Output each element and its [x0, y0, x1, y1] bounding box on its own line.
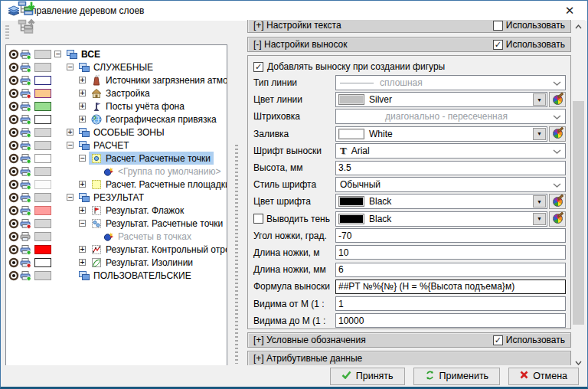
accept-button[interactable]: Принять [330, 368, 405, 385]
tree-item-label[interactable]: Расчет. Расчетные площадки [106, 179, 227, 190]
close-icon[interactable]: ✕ [555, 2, 584, 20]
tree-item-label[interactable]: Результат. Контрольный отрезок [106, 244, 227, 255]
dropdown-arrow-icon[interactable]: ▼ [533, 195, 546, 208]
layer-color-swatch[interactable] [34, 89, 51, 98]
section-text-settings[interactable]: [+] Настройки текста Использовать [247, 20, 571, 33]
printer-icon[interactable] [20, 153, 31, 164]
expand-icon[interactable]: + [79, 90, 86, 96]
collapse-icon[interactable]: − [67, 64, 74, 70]
section-legend[interactable]: [+] Условные обозначения ✓ Использовать [247, 332, 571, 348]
property-input[interactable] [335, 245, 566, 260]
printer-icon[interactable] [20, 179, 31, 190]
tree-item-label[interactable]: Результат. Расчетные точки [106, 218, 224, 229]
select[interactable]: сплошная [335, 75, 566, 90]
expand-icon[interactable]: + [79, 259, 86, 266]
printer-icon[interactable] [20, 101, 31, 112]
scroll-up-icon[interactable] [572, 20, 585, 33]
move-layer-up-button[interactable] [12, 17, 42, 35]
panel-scrollbar[interactable] [572, 20, 585, 369]
tree-item-label[interactable]: ОСОБЫЕ ЗОНЫ [93, 127, 166, 138]
tree-item-label[interactable]: Географическая привязка [106, 114, 218, 125]
tree-item-label[interactable]: Застройка [106, 88, 152, 99]
eye-icon[interactable] [8, 231, 19, 242]
eye-icon[interactable] [8, 270, 19, 281]
expand-icon[interactable]: + [79, 103, 86, 110]
tree-item[interactable]: РЕЗУЛЬТАТ [77, 191, 147, 204]
eye-icon[interactable] [8, 114, 19, 125]
tree-row[interactable]: Расчеты в точках [6, 230, 227, 243]
tree-item-label[interactable]: Результат. Изолинии [106, 257, 194, 268]
printer-icon[interactable] [20, 75, 31, 86]
tree-row[interactable]: +Результат. Флажок [6, 204, 227, 217]
layer-color-swatch[interactable] [34, 63, 51, 72]
printer-icon[interactable] [20, 166, 31, 177]
tree-item[interactable]: Результат. Изолинии [89, 256, 196, 269]
layer-color-swatch[interactable] [34, 76, 51, 85]
tree-row[interactable]: −СЛУЖЕБНЫЕ [6, 60, 227, 74]
layer-color-swatch[interactable] [34, 141, 51, 150]
eye-icon[interactable] [8, 153, 19, 164]
apply-button[interactable]: Применить [413, 368, 501, 385]
add-callout-checkbox[interactable]: ✓ [253, 62, 263, 72]
tree-item[interactable]: ОСОБЫЕ ЗОНЫ [77, 126, 168, 139]
shadow-checkbox[interactable] [253, 214, 263, 224]
printer-icon[interactable] [20, 140, 31, 151]
property-input[interactable] [335, 279, 566, 294]
select[interactable]: Обычный [335, 177, 566, 192]
tree-row[interactable]: +Застройка [6, 87, 227, 100]
tree-item[interactable]: ВСЕ [64, 47, 103, 60]
printer-icon[interactable] [20, 257, 31, 268]
layer-color-swatch[interactable] [34, 206, 51, 215]
section-attributes[interactable]: [+] Атрибутивные данные [247, 351, 571, 366]
printer-icon[interactable] [20, 218, 31, 229]
chevron-down-icon[interactable] [553, 111, 561, 122]
printer-icon[interactable] [20, 49, 31, 60]
layer-color-swatch[interactable] [34, 50, 51, 59]
tree-item[interactable]: Посты учёта фона [89, 100, 188, 113]
select[interactable]: диагонально - пересеченная [335, 109, 566, 124]
color-select[interactable]: Silver▼ [335, 92, 547, 107]
property-input[interactable] [335, 161, 566, 175]
layer-color-swatch[interactable] [34, 219, 51, 228]
eye-icon[interactable] [8, 127, 19, 138]
palette-button[interactable] [549, 126, 566, 142]
dropdown-arrow-icon[interactable]: ▼ [533, 93, 546, 106]
tree-item-label[interactable]: Расчет. Расчетные точки [106, 153, 212, 164]
tree-item[interactable]: РАСЧЕТ [77, 139, 132, 152]
printer-icon[interactable] [20, 270, 31, 281]
printer-icon[interactable] [20, 127, 31, 138]
tree-row[interactable]: +Результат. Контрольный отрезок [6, 243, 227, 256]
printer-icon[interactable] [20, 231, 31, 242]
tree-item[interactable]: Застройка [89, 87, 153, 100]
layer-color-swatch[interactable] [34, 193, 51, 202]
use-checkbox[interactable] [493, 21, 503, 31]
tree-item-label[interactable]: ПОЛЬЗОВАТЕЛЬСКИЕ [93, 270, 193, 281]
tree-item-label[interactable]: СЛУЖЕБНЫЕ [93, 62, 155, 73]
tree-row[interactable]: −РАСЧЕТ [6, 139, 227, 152]
eye-icon[interactable] [8, 101, 19, 112]
tree-row[interactable]: −Расчет. Расчетные точки [6, 152, 227, 165]
property-input[interactable] [335, 296, 566, 311]
eye-icon[interactable] [8, 140, 19, 151]
eye-icon[interactable] [8, 205, 19, 216]
eye-icon[interactable] [8, 192, 19, 203]
dropdown-arrow-icon[interactable]: ▼ [533, 128, 546, 140]
expand-icon[interactable]: + [79, 181, 86, 188]
scroll-thumb[interactable] [573, 101, 584, 325]
expand-icon[interactable]: + [79, 116, 86, 123]
printer-icon[interactable] [20, 88, 31, 99]
toolbar-grip[interactable] [5, 25, 9, 41]
layer-color-swatch[interactable] [34, 271, 51, 280]
tree-item[interactable]: <Группа по умолчанию> [101, 165, 224, 178]
layer-color-swatch[interactable] [34, 102, 51, 111]
use-checkbox[interactable]: ✓ [493, 335, 503, 345]
tree-item[interactable]: ПОЛЬЗОВАТЕЛЬСКИЕ [77, 269, 194, 282]
layer-color-swatch[interactable] [34, 115, 51, 124]
printer-icon[interactable] [20, 62, 31, 73]
cancel-button[interactable]: Отмена [508, 368, 579, 385]
layer-color-swatch[interactable] [34, 167, 51, 176]
tree-item-label[interactable]: Посты учёта фона [106, 101, 186, 112]
expand-icon[interactable]: + [79, 77, 86, 83]
tree-item[interactable]: Географическая привязка [89, 113, 220, 126]
color-select[interactable]: White▼ [335, 126, 547, 142]
